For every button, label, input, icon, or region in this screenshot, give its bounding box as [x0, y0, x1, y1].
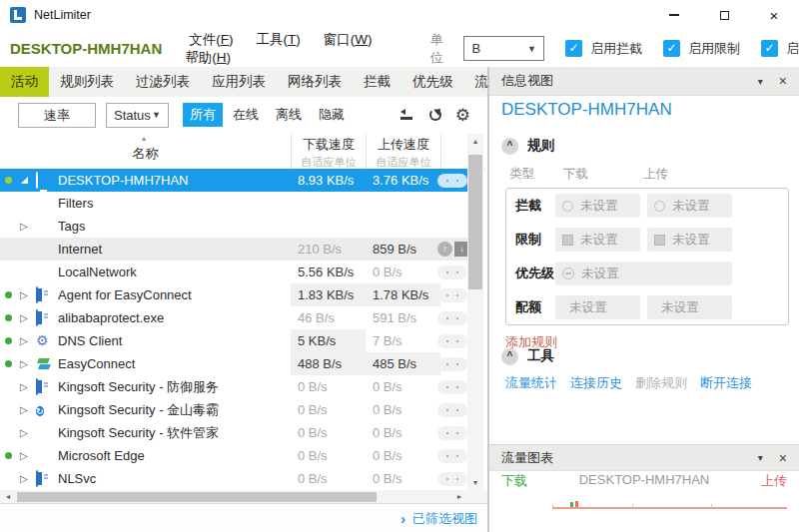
horizontal-scrollbar-thumb[interactable] — [17, 492, 377, 502]
rule-placeholder-pill[interactable] — [437, 403, 467, 417]
table-row[interactable]: LocalNetwork5.56 KB/s0 B/s — [0, 261, 469, 283]
rule-not-set-pill[interactable]: 未设置 — [647, 228, 732, 252]
vertical-scrollbar[interactable]: ▴ ▾ — [467, 134, 483, 490]
rule-indicator[interactable] — [437, 173, 471, 188]
scroll-right-icon[interactable]: ▸ — [451, 490, 467, 504]
panel-close-icon[interactable]: × — [779, 450, 787, 466]
tab-拦截[interactable]: 拦截 — [353, 67, 401, 97]
priority-arrows[interactable]: ↑↓ — [437, 242, 471, 257]
rule-indicator[interactable] — [437, 356, 471, 371]
expander-collapsed-icon[interactable]: ▷ — [20, 379, 28, 394]
rule-indicator[interactable] — [437, 379, 471, 394]
filtered-view-link[interactable]: › 已筛选视图 — [400, 510, 477, 528]
rule-placeholder-pill[interactable] — [437, 426, 467, 440]
table-row[interactable]: ▷Kingsoft Security - 软件管家0 B/s0 B/s — [0, 421, 469, 444]
column-header-name[interactable]: 名称 — [0, 145, 291, 163]
checkbox-checked-icon[interactable]: ✓ — [761, 40, 778, 57]
toggle-3[interactable]: ✓启 — [761, 40, 799, 58]
refresh-icon[interactable] — [429, 109, 441, 121]
tab-优先级[interactable]: 优先级 — [401, 67, 464, 97]
panel-menu-icon[interactable]: ▾ — [758, 76, 763, 87]
priority-up-icon[interactable]: ↑ — [437, 242, 452, 257]
rule-placeholder-pill[interactable] — [437, 472, 467, 486]
rule-not-set-pill[interactable]: 未设置 — [555, 194, 640, 218]
toggle-2[interactable]: ✓启用限制 — [663, 40, 740, 58]
scroll-left-icon[interactable]: ◂ — [0, 490, 16, 504]
tools-section-header[interactable]: ^ 工具 — [501, 347, 554, 365]
table-row[interactable]: ▷EasyConnect488 B/s485 B/s — [0, 352, 469, 375]
view-filter-离线[interactable]: 离线 — [269, 103, 309, 127]
rule-not-set-pill[interactable]: 未设置 — [555, 262, 732, 285]
menu-item-F[interactable]: 文件(F) — [189, 32, 233, 47]
expander-collapsed-icon[interactable]: ▷ — [20, 310, 28, 325]
checkbox-checked-icon[interactable]: ✓ — [565, 40, 582, 57]
scroll-down-icon[interactable]: ▾ — [467, 475, 483, 490]
table-row[interactable]: ▷↻Kingsoft Security - 金山毒霸0 B/s0 B/s — [0, 398, 469, 421]
rule-placeholder-pill[interactable] — [437, 334, 467, 348]
rules-section-header[interactable]: ^ 规则 — [501, 137, 554, 155]
rule-not-set-pill[interactable]: 未设置 — [647, 295, 732, 319]
table-row[interactable]: Filters — [0, 192, 469, 215]
menu-item-W[interactable]: 窗口(W) — [324, 32, 373, 47]
expander-collapsed-icon[interactable]: ▷ — [20, 471, 28, 486]
table-row[interactable]: DESKTOP-HMH7HAN8.93 KB/s3.76 KB/s — [0, 169, 469, 192]
column-header-upload[interactable]: 上传速度 自适应单位 — [366, 133, 440, 169]
table-row[interactable]: ▷alibabaprotect.exe46 B/s591 B/s — [0, 306, 469, 329]
rule-placeholder-pill[interactable] — [437, 380, 467, 394]
scroll-up-icon[interactable]: ▴ — [467, 134, 483, 149]
toggle-1[interactable]: ✓启用拦截 — [565, 40, 642, 58]
tab-活动[interactable]: 活动 — [0, 67, 49, 97]
table-row[interactable]: ▷Microsoft Edge0 B/s0 B/s — [0, 444, 469, 467]
rule-not-set-pill[interactable]: 未设置 — [555, 295, 640, 319]
minimize-button[interactable] — [649, 0, 699, 30]
rule-placeholder-pill[interactable] — [437, 266, 467, 279]
expander-expanded-icon[interactable] — [21, 177, 28, 184]
expander-collapsed-icon[interactable]: ▷ — [20, 333, 28, 348]
rule-indicator[interactable] — [437, 402, 471, 417]
panel-menu-icon[interactable]: ▾ — [758, 452, 763, 463]
rule-not-set-pill[interactable]: 未设置 — [647, 194, 732, 218]
tab-应用列表[interactable]: 应用列表 — [201, 67, 277, 97]
expander-collapsed-icon[interactable]: ▷ — [20, 287, 28, 302]
rule-placeholder-pill[interactable] — [437, 357, 467, 371]
tool-link-流量统计[interactable]: 流量统计 — [505, 374, 557, 392]
checkbox-checked-icon[interactable]: ✓ — [663, 40, 680, 57]
horizontal-scrollbar[interactable]: ◂ ▸ — [0, 490, 469, 504]
tab-过滤列表[interactable]: 过滤列表 — [125, 67, 201, 97]
panel-close-icon[interactable]: × — [779, 73, 787, 89]
rule-indicator[interactable] — [437, 310, 471, 325]
table-row[interactable]: Internet210 B/s859 B/s↑↓ — [0, 238, 469, 261]
table-row[interactable]: ▷NLSvc0 B/s0 B/s — [0, 467, 469, 490]
tab-规则列表[interactable]: 规则列表 — [49, 67, 125, 97]
rule-indicator[interactable] — [437, 287, 471, 302]
rule-not-set-pill[interactable]: 未设置 — [555, 228, 640, 252]
rule-placeholder-pill[interactable] — [437, 449, 467, 463]
tool-link-连接历史[interactable]: 连接历史 — [570, 374, 622, 392]
expander-collapsed-icon[interactable]: ▷ — [20, 448, 28, 463]
tool-link-断开连接[interactable]: 断开连接 — [700, 374, 752, 392]
gear-icon[interactable]: ⚙ — [455, 107, 470, 124]
view-filter-在线[interactable]: 在线 — [226, 103, 266, 127]
clear-filter-icon[interactable] — [400, 109, 415, 121]
vertical-scrollbar-thumb[interactable] — [468, 155, 482, 289]
view-filter-隐藏[interactable]: 隐藏 — [312, 103, 352, 127]
unit-select[interactable]: B ▼ — [463, 36, 544, 61]
menu-item-H[interactable]: 帮助(H) — [185, 50, 231, 65]
rule-indicator[interactable] — [437, 265, 471, 279]
rule-indicator[interactable] — [437, 448, 471, 463]
tab-网络列表[interactable]: 网络列表 — [277, 67, 353, 97]
server-menu[interactable]: DESKTOP-HMH7HAN — [10, 40, 162, 57]
rule-indicator[interactable] — [437, 471, 471, 486]
rate-button[interactable]: 速率 — [18, 103, 96, 128]
menu-item-T[interactable]: 工具(T) — [256, 32, 300, 47]
expander-collapsed-icon[interactable]: ▷ — [20, 356, 28, 371]
view-filter-所有[interactable]: 所有 — [183, 103, 223, 127]
rule-placeholder-pill[interactable] — [437, 174, 467, 188]
expander-collapsed-icon[interactable]: ▷ — [20, 402, 28, 417]
rule-indicator[interactable] — [437, 425, 471, 440]
collapse-section-icon[interactable]: ^ — [501, 348, 518, 365]
collapse-section-icon[interactable]: ^ — [501, 138, 518, 155]
expander-collapsed-icon[interactable]: ▷ — [20, 219, 28, 234]
rule-placeholder-pill[interactable] — [437, 311, 467, 325]
table-row[interactable]: ▷Agent for EasyConnect1.83 KB/s1.78 KB/s — [0, 283, 469, 306]
